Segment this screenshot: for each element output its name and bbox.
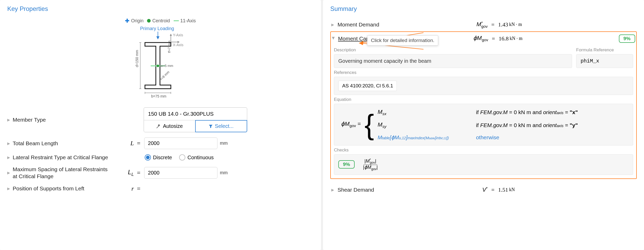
origin-icon: ✚ bbox=[125, 18, 129, 24]
formula-ref-label: Formula Reference bbox=[576, 47, 633, 53]
references-label: References bbox=[334, 70, 633, 75]
section-diagram: Primary Loading Y-Axis X-Axis d=150 bbox=[7, 27, 314, 100]
moment-demand-value: 1.43 bbox=[498, 21, 508, 28]
restraint-radio-group: Discrete Continuous bbox=[145, 154, 214, 161]
ibeam-svg: Y-Axis X-Axis d=150 mm b=75 mm tf=7 mm bbox=[127, 27, 194, 100]
primary-loading-label: Primary Loading bbox=[140, 26, 174, 31]
formula-ref-value: phiM_x bbox=[576, 54, 633, 68]
wand-icon bbox=[156, 124, 161, 129]
description-label: Description bbox=[334, 47, 572, 53]
legend-origin: Origin bbox=[131, 18, 143, 24]
restraint-discrete[interactable]: Discrete bbox=[145, 154, 172, 161]
shear-demand-value: 1.51 bbox=[498, 186, 508, 193]
max-spacing-unit: mm bbox=[220, 170, 228, 176]
row-shear-demand: ▶ Shear Demand V* = 1.51 kN bbox=[330, 183, 637, 196]
max-spacing-label: Maximum Spacing of Lateral Restraints at… bbox=[13, 166, 111, 180]
radio-checked-icon bbox=[145, 154, 151, 161]
chevron-right-icon[interactable]: ▶ bbox=[7, 171, 10, 175]
key-properties-title: Key Properties bbox=[7, 5, 314, 12]
diagram-legend: ✚Origin Centroid 11-Axis bbox=[7, 18, 314, 24]
checks-label: Checks bbox=[334, 148, 633, 153]
total-length-label: Total Beam Length bbox=[13, 140, 111, 147]
moment-capacity-highlight: ▶ Moment Capacity ϕMgov = 16.8 kN · m 9%… bbox=[330, 31, 637, 179]
checks-badge: 9% bbox=[338, 160, 355, 169]
svg-text:X-Axis: X-Axis bbox=[173, 43, 183, 47]
autosize-button[interactable]: Autosize bbox=[144, 120, 195, 132]
description-text: Governing moment capacity in the beam bbox=[334, 54, 572, 68]
axis11-icon bbox=[174, 20, 179, 21]
key-properties-panel: Key Properties ✚Origin Centroid 11-Axis … bbox=[0, 0, 321, 250]
row-member-type: ▶ Member Type 150 UB 14.0 - Gr.300PLUS A… bbox=[7, 105, 314, 135]
moment-capacity-unit: kN · m bbox=[510, 36, 523, 41]
click-for-detail-tooltip: Click for detailed information. bbox=[367, 35, 438, 46]
filter-icon bbox=[209, 124, 213, 128]
svg-text:d=150 mm: d=150 mm bbox=[135, 50, 139, 67]
restraint-continuous[interactable]: Continuous bbox=[179, 154, 214, 161]
svg-text:b=75 mm: b=75 mm bbox=[151, 94, 166, 98]
radio-unchecked-icon bbox=[179, 154, 185, 161]
legend-centroid: Centroid bbox=[152, 18, 170, 24]
row-total-length: ▶ Total Beam Length L = mm bbox=[7, 135, 314, 152]
moment-demand-label[interactable]: Moment Demand bbox=[338, 22, 446, 28]
equation-label: Equation bbox=[334, 97, 633, 102]
checks-fraction: |M*gov| |ϕMgov| bbox=[362, 158, 379, 171]
total-length-symbol: L bbox=[111, 140, 137, 147]
svg-text:Y-Axis: Y-Axis bbox=[173, 33, 183, 37]
max-spacing-symbol: LL bbox=[111, 169, 137, 177]
moment-demand-unit: kN · m bbox=[509, 22, 522, 27]
chevron-right-icon[interactable]: ▶ bbox=[7, 118, 10, 122]
chevron-right-icon[interactable]: ▶ bbox=[331, 188, 335, 192]
svg-text:tf=7 mm: tf=7 mm bbox=[167, 41, 171, 53]
moment-capacity-value: 16.8 bbox=[499, 35, 509, 42]
total-length-input[interactable] bbox=[144, 137, 217, 149]
svg-point-9 bbox=[157, 65, 159, 67]
shear-demand-unit: kN bbox=[509, 187, 515, 192]
summary-title: Summary bbox=[330, 5, 637, 12]
summary-panel: Summary ▶ Moment Demand M*gov = 1.43 kN … bbox=[323, 0, 644, 250]
svg-text:r=8 mm: r=8 mm bbox=[159, 70, 170, 81]
shear-demand-symbol: V* bbox=[446, 186, 488, 193]
chevron-down-icon[interactable]: ▶ bbox=[332, 37, 336, 40]
total-length-unit: mm bbox=[220, 141, 228, 146]
centroid-icon bbox=[147, 19, 151, 23]
svg-marker-1 bbox=[156, 36, 159, 39]
supports-pos-symbol: r bbox=[111, 185, 137, 192]
moment-demand-symbol: M*gov bbox=[446, 20, 488, 29]
max-spacing-input[interactable] bbox=[144, 167, 217, 179]
chevron-right-icon[interactable]: ▶ bbox=[7, 155, 10, 159]
supports-pos-label: Position of Supports from Left bbox=[13, 185, 111, 192]
chevron-right-icon[interactable]: ▶ bbox=[331, 23, 335, 27]
legend-11axis: 11-Axis bbox=[180, 18, 196, 24]
chevron-right-icon[interactable]: ▶ bbox=[7, 186, 10, 191]
row-max-spacing: ▶ Maximum Spacing of Lateral Restraints … bbox=[7, 163, 314, 183]
row-restraint-type: ▶ Lateral Restraint Type at Critical Fla… bbox=[7, 152, 314, 163]
row-moment-demand: ▶ Moment Demand M*gov = 1.43 kN · m bbox=[330, 18, 637, 31]
shear-demand-label[interactable]: Shear Demand bbox=[338, 187, 446, 193]
moment-capacity-badge: 9% bbox=[619, 34, 635, 43]
reference-chip[interactable]: AS 4100:2020, Cl 5.6.1 bbox=[338, 81, 397, 91]
restraint-type-label: Lateral Restraint Type at Critical Flang… bbox=[13, 154, 145, 161]
select-button[interactable]: Select... bbox=[195, 120, 247, 132]
svg-text:tw=5 mm: tw=5 mm bbox=[159, 64, 173, 68]
member-type-selector: 150 UB 14.0 - Gr.300PLUS Autosize Select… bbox=[144, 107, 247, 132]
member-type-value[interactable]: 150 UB 14.0 - Gr.300PLUS bbox=[144, 108, 247, 120]
equation-body: ϕMgov = { Msx if FEM.gov.M = 0 kN m and … bbox=[338, 108, 629, 142]
svg-marker-3 bbox=[170, 34, 172, 36]
chevron-right-icon[interactable]: ▶ bbox=[7, 141, 10, 145]
member-type-label: Member Type bbox=[13, 117, 111, 123]
row-supports-pos: ▶ Position of Supports from Left r = bbox=[7, 183, 314, 195]
moment-capacity-symbol: ϕMgov bbox=[447, 35, 488, 42]
